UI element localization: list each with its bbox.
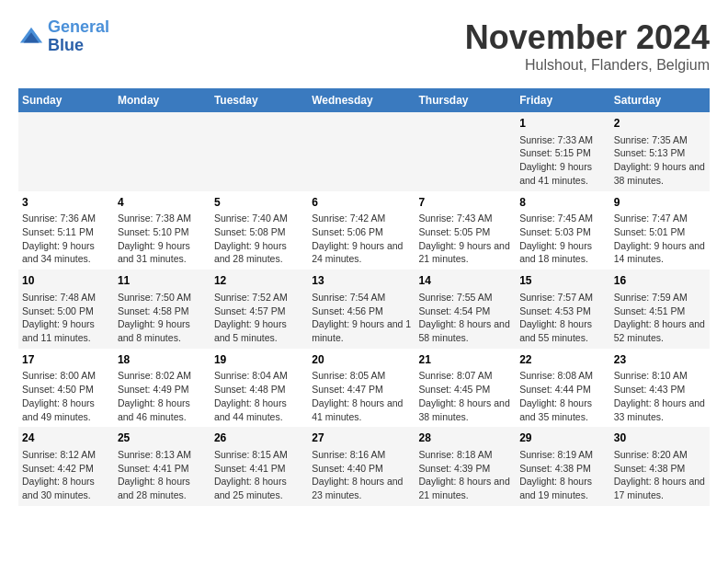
calendar-week-5: 24Sunrise: 8:12 AMSunset: 4:42 PMDayligh…: [18, 427, 710, 506]
calendar-cell: 13Sunrise: 7:54 AMSunset: 4:56 PMDayligh…: [308, 270, 415, 349]
day-info: Sunrise: 7:48 AMSunset: 5:00 PMDaylight:…: [22, 291, 110, 345]
day-number: 20: [312, 352, 411, 368]
calendar-cell: [210, 112, 308, 191]
calendar-cell: 26Sunrise: 8:15 AMSunset: 4:41 PMDayligh…: [210, 427, 308, 506]
day-number: 24: [22, 431, 110, 446]
day-number: 27: [312, 431, 411, 446]
calendar-cell: 2Sunrise: 7:35 AMSunset: 5:13 PMDaylight…: [610, 112, 710, 191]
day-info: Sunrise: 8:15 AMSunset: 4:41 PMDaylight:…: [214, 448, 304, 502]
day-info: Sunrise: 8:19 AMSunset: 4:38 PMDaylight:…: [519, 448, 607, 502]
calendar-cell: 29Sunrise: 8:19 AMSunset: 4:38 PMDayligh…: [516, 427, 610, 506]
day-number: 5: [214, 195, 304, 211]
day-info: Sunrise: 7:52 AMSunset: 4:57 PMDaylight:…: [214, 291, 304, 345]
day-info: Sunrise: 7:57 AMSunset: 4:53 PMDaylight:…: [519, 291, 607, 345]
day-number: 22: [519, 352, 607, 368]
day-number: 11: [118, 273, 207, 289]
calendar-cell: 7Sunrise: 7:43 AMSunset: 5:05 PMDaylight…: [415, 191, 517, 270]
day-info: Sunrise: 7:55 AMSunset: 4:54 PMDaylight:…: [419, 291, 513, 345]
calendar-cell: 15Sunrise: 7:57 AMSunset: 4:53 PMDayligh…: [516, 270, 610, 349]
calendar-cell: 5Sunrise: 7:40 AMSunset: 5:08 PMDaylight…: [210, 191, 308, 270]
calendar-cell: 19Sunrise: 8:04 AMSunset: 4:48 PMDayligh…: [210, 349, 308, 428]
day-number: 15: [519, 273, 607, 289]
day-number: 19: [214, 352, 304, 368]
day-info: Sunrise: 8:05 AMSunset: 4:47 PMDaylight:…: [312, 369, 411, 423]
calendar-cell: 20Sunrise: 8:05 AMSunset: 4:47 PMDayligh…: [308, 349, 415, 428]
day-number: 28: [419, 431, 513, 446]
header-wednesday: Wednesday: [308, 88, 415, 112]
calendar-cell: 22Sunrise: 8:08 AMSunset: 4:44 PMDayligh…: [516, 349, 610, 428]
day-info: Sunrise: 7:42 AMSunset: 5:06 PMDaylight:…: [312, 212, 411, 266]
logo-text: General Blue: [48, 18, 109, 55]
calendar-cell: 8Sunrise: 7:45 AMSunset: 5:03 PMDaylight…: [516, 191, 610, 270]
day-number: 16: [614, 273, 706, 289]
day-number: 21: [419, 352, 513, 368]
day-number: 8: [519, 195, 607, 211]
header-thursday: Thursday: [415, 88, 517, 112]
calendar-cell: [415, 112, 517, 191]
calendar-week-1: 1Sunrise: 7:33 AMSunset: 5:15 PMDaylight…: [18, 112, 710, 191]
day-info: Sunrise: 7:35 AMSunset: 5:13 PMDaylight:…: [614, 133, 706, 188]
day-info: Sunrise: 7:43 AMSunset: 5:05 PMDaylight:…: [419, 212, 513, 266]
calendar-cell: 28Sunrise: 8:18 AMSunset: 4:39 PMDayligh…: [415, 427, 517, 506]
day-number: 9: [614, 195, 706, 211]
day-number: 17: [22, 352, 110, 368]
day-info: Sunrise: 7:50 AMSunset: 4:58 PMDaylight:…: [118, 291, 207, 345]
calendar-cell: 3Sunrise: 7:36 AMSunset: 5:11 PMDaylight…: [18, 191, 114, 270]
page-header: General Blue November 2024 Hulshout, Fla…: [18, 18, 710, 74]
day-number: 7: [419, 195, 513, 211]
calendar-cell: 24Sunrise: 8:12 AMSunset: 4:42 PMDayligh…: [18, 427, 114, 506]
day-number: 10: [22, 273, 110, 289]
calendar-cell: [308, 112, 415, 191]
day-info: Sunrise: 8:16 AMSunset: 4:40 PMDaylight:…: [312, 448, 411, 502]
calendar-cell: 11Sunrise: 7:50 AMSunset: 4:58 PMDayligh…: [114, 270, 210, 349]
day-number: 13: [312, 273, 411, 289]
day-info: Sunrise: 8:10 AMSunset: 4:43 PMDaylight:…: [614, 369, 706, 423]
calendar-week-3: 10Sunrise: 7:48 AMSunset: 5:00 PMDayligh…: [18, 270, 710, 349]
day-number: 2: [614, 116, 706, 132]
calendar-cell: 17Sunrise: 8:00 AMSunset: 4:50 PMDayligh…: [18, 349, 114, 428]
page-title: November 2024: [465, 18, 710, 57]
day-info: Sunrise: 8:02 AMSunset: 4:49 PMDaylight:…: [118, 369, 207, 423]
calendar-week-4: 17Sunrise: 8:00 AMSunset: 4:50 PMDayligh…: [18, 349, 710, 428]
day-number: 3: [22, 195, 110, 211]
calendar-cell: 9Sunrise: 7:47 AMSunset: 5:01 PMDaylight…: [610, 191, 710, 270]
day-info: Sunrise: 8:07 AMSunset: 4:45 PMDaylight:…: [419, 369, 513, 423]
day-info: Sunrise: 7:54 AMSunset: 4:56 PMDaylight:…: [312, 291, 411, 345]
day-info: Sunrise: 8:08 AMSunset: 4:44 PMDaylight:…: [519, 369, 607, 423]
calendar-cell: 16Sunrise: 7:59 AMSunset: 4:51 PMDayligh…: [610, 270, 710, 349]
day-info: Sunrise: 8:18 AMSunset: 4:39 PMDaylight:…: [419, 448, 513, 502]
day-number: 12: [214, 273, 304, 289]
day-info: Sunrise: 8:12 AMSunset: 4:42 PMDaylight:…: [22, 448, 110, 502]
header-monday: Monday: [114, 88, 210, 112]
day-info: Sunrise: 8:00 AMSunset: 4:50 PMDaylight:…: [22, 369, 110, 423]
day-number: 1: [519, 116, 607, 132]
calendar-cell: 4Sunrise: 7:38 AMSunset: 5:10 PMDaylight…: [114, 191, 210, 270]
day-number: 18: [118, 352, 207, 368]
calendar-cell: 14Sunrise: 7:55 AMSunset: 4:54 PMDayligh…: [415, 270, 517, 349]
day-info: Sunrise: 7:38 AMSunset: 5:10 PMDaylight:…: [118, 212, 207, 266]
day-info: Sunrise: 7:33 AMSunset: 5:15 PMDaylight:…: [519, 133, 607, 188]
day-number: 14: [419, 273, 513, 289]
calendar-week-2: 3Sunrise: 7:36 AMSunset: 5:11 PMDaylight…: [18, 191, 710, 270]
title-block: November 2024 Hulshout, Flanders, Belgiu…: [465, 18, 710, 74]
calendar-cell: 30Sunrise: 8:20 AMSunset: 4:38 PMDayligh…: [610, 427, 710, 506]
calendar-header-row: SundayMondayTuesdayWednesdayThursdayFrid…: [18, 88, 710, 112]
day-info: Sunrise: 8:20 AMSunset: 4:38 PMDaylight:…: [614, 448, 706, 502]
day-info: Sunrise: 7:40 AMSunset: 5:08 PMDaylight:…: [214, 212, 304, 266]
calendar-cell: [114, 112, 210, 191]
day-number: 29: [519, 431, 607, 446]
calendar-cell: 1Sunrise: 7:33 AMSunset: 5:15 PMDaylight…: [516, 112, 610, 191]
calendar-cell: 27Sunrise: 8:16 AMSunset: 4:40 PMDayligh…: [308, 427, 415, 506]
day-info: Sunrise: 7:45 AMSunset: 5:03 PMDaylight:…: [519, 212, 607, 266]
header-friday: Friday: [516, 88, 610, 112]
calendar-cell: 21Sunrise: 8:07 AMSunset: 4:45 PMDayligh…: [415, 349, 517, 428]
logo-icon: [18, 24, 44, 50]
page-subtitle: Hulshout, Flanders, Belgium: [465, 57, 710, 74]
day-info: Sunrise: 7:36 AMSunset: 5:11 PMDaylight:…: [22, 212, 110, 266]
calendar-cell: 10Sunrise: 7:48 AMSunset: 5:00 PMDayligh…: [18, 270, 114, 349]
day-info: Sunrise: 8:13 AMSunset: 4:41 PMDaylight:…: [118, 448, 207, 502]
header-tuesday: Tuesday: [210, 88, 308, 112]
day-number: 6: [312, 195, 411, 211]
calendar-cell: [18, 112, 114, 191]
calendar-cell: 12Sunrise: 7:52 AMSunset: 4:57 PMDayligh…: [210, 270, 308, 349]
